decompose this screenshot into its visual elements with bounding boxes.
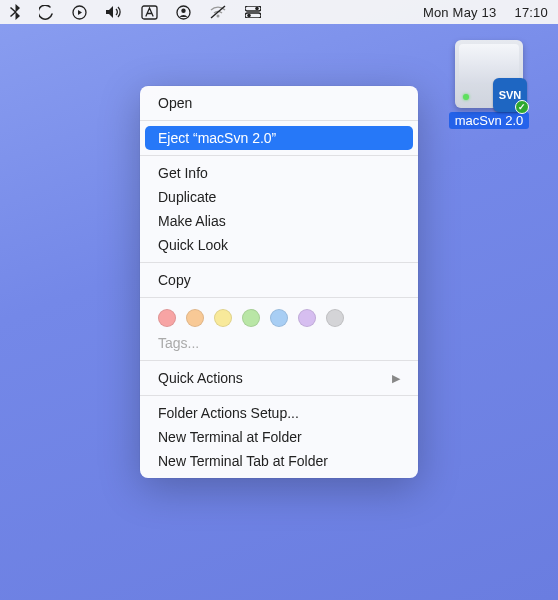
tag-orange[interactable] <box>186 309 204 327</box>
menu-open[interactable]: Open <box>140 91 418 115</box>
svg-point-7 <box>255 7 259 11</box>
chevron-right-icon: ▶ <box>392 372 400 385</box>
menubar: Mon May 13 17:10 <box>0 0 558 24</box>
tag-red[interactable] <box>158 309 176 327</box>
volume-icon[interactable] <box>105 5 123 19</box>
menu-tags[interactable]: Tags... <box>140 331 418 355</box>
tag-yellow[interactable] <box>214 309 232 327</box>
menu-separator <box>140 297 418 298</box>
do-not-disturb-icon[interactable] <box>39 5 54 20</box>
menubar-time[interactable]: 17:10 <box>514 5 548 20</box>
menubar-date[interactable]: Mon May 13 <box>423 5 497 20</box>
svg-point-4 <box>217 15 220 18</box>
menu-separator <box>140 395 418 396</box>
menu-separator <box>140 120 418 121</box>
menu-copy[interactable]: Copy <box>140 268 418 292</box>
menu-make-alias[interactable]: Make Alias <box>140 209 418 233</box>
menu-folder-actions[interactable]: Folder Actions Setup... <box>140 401 418 425</box>
disk-label: macSvn 2.0 <box>449 112 530 129</box>
input-source-icon[interactable] <box>141 5 158 20</box>
control-center-icon[interactable] <box>245 6 261 18</box>
menu-separator <box>140 155 418 156</box>
svg-point-9 <box>247 14 251 18</box>
menu-quick-look[interactable]: Quick Look <box>140 233 418 257</box>
desktop-disk-item[interactable]: SVN ✓ macSvn 2.0 <box>444 40 534 129</box>
tag-green[interactable] <box>242 309 260 327</box>
checkmark-icon: ✓ <box>515 100 529 114</box>
menu-separator <box>140 360 418 361</box>
menu-new-terminal-tab[interactable]: New Terminal Tab at Folder <box>140 449 418 473</box>
tag-gray[interactable] <box>326 309 344 327</box>
menu-eject[interactable]: Eject “macSvn 2.0” <box>145 126 413 150</box>
play-icon[interactable] <box>72 5 87 20</box>
context-menu: Open Eject “macSvn 2.0” Get Info Duplica… <box>140 86 418 478</box>
bluetooth-icon[interactable] <box>10 4 21 20</box>
menu-get-info[interactable]: Get Info <box>140 161 418 185</box>
menu-separator <box>140 262 418 263</box>
tag-colors-row <box>140 303 418 331</box>
user-icon[interactable] <box>176 5 191 20</box>
menu-new-terminal[interactable]: New Terminal at Folder <box>140 425 418 449</box>
tag-purple[interactable] <box>298 309 316 327</box>
tag-blue[interactable] <box>270 309 288 327</box>
svn-badge: SVN ✓ <box>493 78 527 112</box>
menu-duplicate[interactable]: Duplicate <box>140 185 418 209</box>
disk-drive-icon: SVN ✓ <box>455 40 523 108</box>
menu-quick-actions[interactable]: Quick Actions ▶ <box>140 366 418 390</box>
wifi-off-icon[interactable] <box>209 5 227 19</box>
desktop: Mon May 13 17:10 SVN ✓ macSvn 2.0 Open E… <box>0 0 558 600</box>
svg-point-3 <box>181 8 185 12</box>
